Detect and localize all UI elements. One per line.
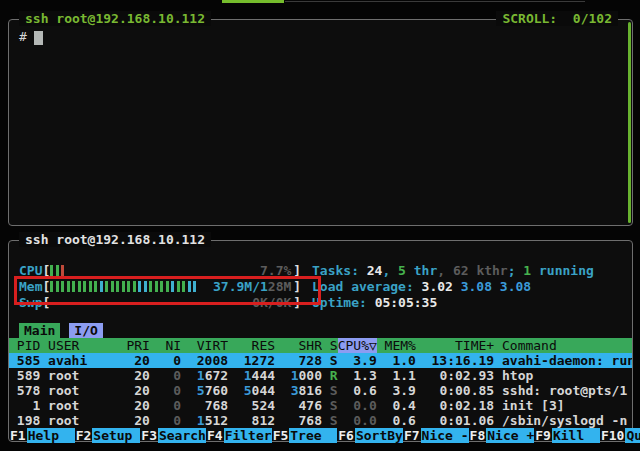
meter-tick (116, 281, 119, 292)
cell-time: 0:02.93 (416, 368, 494, 383)
htop-app: CPU[7.7%] Tasks: 24, 5 thr, 62 kthr; 1 r… (9, 241, 632, 443)
cell-s: S (322, 353, 338, 368)
mem-meter-value: 37.9M/128M (213, 280, 291, 293)
column-header-virt[interactable]: VIRT (181, 338, 228, 353)
mem-meter-bar: 37.9M/128M (50, 280, 293, 293)
cell-pri: 20 (119, 353, 150, 368)
fkey-f5[interactable]: F5Tree (272, 428, 338, 443)
column-header-shr[interactable]: SHR (275, 338, 322, 353)
fkey-f8[interactable]: F8Nice + (469, 428, 535, 443)
scrollbar[interactable] (628, 22, 631, 223)
cell-shr: 476 (275, 398, 322, 413)
cell-virt: 2008 (181, 353, 228, 368)
cell-res: 1444 (228, 368, 275, 383)
cell-s: S (322, 383, 338, 398)
fkey-f4[interactable]: F4Filter (206, 428, 272, 443)
column-header-pid[interactable]: PID (9, 338, 40, 353)
cell-virt: 5760 (181, 383, 228, 398)
process-row[interactable]: 578root200576050443816S0.63.90:00.85sshd… (9, 383, 632, 398)
tasks-summary: Tasks: 24, 5 thr, 62 kthr; 1 running (312, 263, 594, 278)
tab-i-o[interactable]: I/O (69, 323, 102, 338)
column-header-pri[interactable]: PRI (119, 338, 150, 353)
meter-tick (144, 281, 147, 292)
fkey-f10[interactable]: F10Quit (600, 428, 640, 443)
meter-tick (160, 281, 163, 292)
process-row[interactable]: 1root200768524476S0.00.40:02.18init [3] (9, 398, 632, 413)
meter-tick (61, 265, 64, 276)
swap-meter-value: 0K/0K (252, 296, 291, 309)
cell-user: root (40, 398, 118, 413)
htop-tabs: MainI/O (9, 322, 632, 338)
cell-user: avahi (40, 353, 118, 368)
fkey-label: Kill (552, 428, 600, 443)
column-header-time[interactable]: TIME+ (416, 338, 494, 353)
swap-meter-row: Swp[0K/0K] Uptime: 05:05:35 (9, 294, 632, 310)
fkey-f7[interactable]: F7Nice - (403, 428, 469, 443)
cell-res: 1272 (228, 353, 275, 368)
shell-prompt: # (19, 29, 27, 44)
process-row[interactable]: 198root2001512812768S0.00.60:01.06/sbin/… (9, 413, 632, 428)
cell-virt: 1512 (181, 413, 228, 428)
cell-res: 812 (228, 413, 275, 428)
column-header-user[interactable]: USER (40, 338, 118, 353)
tab-main[interactable]: Main (19, 323, 60, 338)
cell-s: S (322, 398, 338, 413)
fkey-number: F5 (272, 428, 290, 443)
fkey-f2[interactable]: F2Setup (75, 428, 141, 443)
cpu-meter-bar: 7.7% (50, 264, 293, 277)
fkey-f6[interactable]: F6SortBy (337, 428, 403, 443)
meter-tick (111, 281, 114, 292)
column-header-cpu[interactable]: CPU%▽ (338, 338, 377, 353)
cell-pid: 198 (9, 413, 40, 428)
mem-meter-label: Mem (19, 279, 42, 294)
swap-meter-bar: 0K/0K (50, 296, 293, 309)
meter-tick (138, 281, 141, 292)
column-header-res[interactable]: RES (228, 338, 275, 353)
scroll-indicator: SCROLL: 0/102 (496, 11, 618, 26)
swap-meter-label: Swp (19, 295, 42, 310)
cell-shr: 768 (275, 413, 322, 428)
column-header-cmd[interactable]: Command (494, 338, 632, 353)
process-row[interactable]: 589root200167214441000R1.31.10:02.93htop (9, 368, 632, 383)
column-header-s[interactable]: S (322, 338, 338, 353)
cell-pid: 578 (9, 383, 40, 398)
mem-meter: Mem[37.9M/128M] (19, 279, 303, 294)
meter-tick (56, 265, 59, 276)
column-header-mem[interactable]: MEM% (377, 338, 416, 353)
cell-pri: 20 (119, 383, 150, 398)
terminal-screen: ssh root@192.168.10.112 SCROLL: 0/102 # … (0, 0, 640, 451)
cell-ni: 0 (150, 383, 181, 398)
cell-mem: 1.0 (377, 353, 416, 368)
cell-time: 0:02.18 (416, 398, 494, 413)
meter-tick (78, 281, 81, 292)
cell-ni: 0 (150, 413, 181, 428)
pane-htop: ssh root@192.168.10.112 CPU[7.7%] Tasks:… (8, 240, 633, 442)
cell-shr: 728 (275, 353, 322, 368)
column-header-ni[interactable]: NI (150, 338, 181, 353)
fkey-f3[interactable]: F3Search (140, 428, 206, 443)
meter-tick (122, 281, 125, 292)
cell-shr: 1000 (275, 368, 322, 383)
fkey-f1[interactable]: F1Help (9, 428, 75, 443)
fkey-label: Quit (625, 428, 640, 443)
fkey-f9[interactable]: F9Kill (534, 428, 600, 443)
cell-ni: 0 (150, 353, 181, 368)
fkey-label: Nice - (421, 428, 469, 443)
fkey-label: Help (27, 428, 75, 443)
meter-tick (188, 281, 191, 292)
meter-tick (177, 281, 180, 292)
cell-res: 5044 (228, 383, 275, 398)
cell-cmd: /sbin/syslogd -n (494, 413, 632, 428)
cell-cpu: 0.0 (338, 398, 377, 413)
fkey-number: F3 (140, 428, 158, 443)
meter-tick (171, 281, 174, 292)
fkey-label: Tree (289, 428, 337, 443)
fkey-number: F4 (206, 428, 224, 443)
cell-user: root (40, 383, 118, 398)
cell-cmd: sshd: root@pts/1 (494, 383, 632, 398)
meter-tick (67, 281, 70, 292)
cell-ni: 0 (150, 398, 181, 413)
process-table-header: PIDUSERPRINIVIRTRESSHRSCPU%▽MEM%TIME+Com… (9, 338, 632, 353)
fkey-label: Nice + (486, 428, 534, 443)
process-row[interactable]: 585avahi20020081272728S3.91.013:16.19ava… (9, 353, 632, 368)
